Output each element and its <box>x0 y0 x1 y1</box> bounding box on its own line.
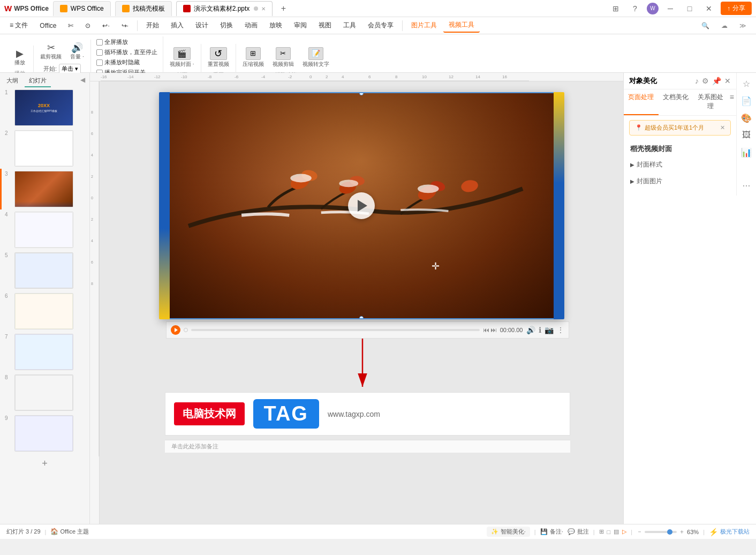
rp-side-star-icon[interactable]: ☆ <box>740 77 753 90</box>
menu-start[interactable]: 开始 <box>141 19 164 32</box>
menu-more[interactable]: ≫ <box>734 20 752 32</box>
cut-video-btn[interactable]: ✂ 裁剪视频 <box>37 41 65 63</box>
view-outline-btn[interactable]: ▤ <box>614 528 619 535</box>
smart-beautify-btn[interactable]: ✨ 智能美化· <box>487 527 530 537</box>
view-grid-btn[interactable]: ⊞ <box>599 528 604 535</box>
menu-file[interactable]: ≡ 文件 <box>4 19 33 32</box>
rp-subsection-header-style[interactable]: ▶ 封面样式 <box>630 158 730 171</box>
play-btn[interactable]: ▶ 播放 <box>10 47 30 69</box>
vc-play-btn[interactable] <box>171 325 180 335</box>
zoom-slider[interactable] <box>645 531 677 533</box>
rp-tab-relation[interactable]: 关系图处理 <box>693 89 728 115</box>
play-icon: ▶ <box>16 49 24 58</box>
play-video-btn[interactable] <box>348 192 375 219</box>
vc-more-btn[interactable]: ⋮ <box>557 326 564 334</box>
separator-2 <box>402 20 403 31</box>
vc-screenshot-btn[interactable]: 📷 <box>545 326 554 334</box>
vc-progress-bar[interactable] <box>191 329 480 331</box>
slide-item-5[interactable]: 5 <box>0 250 89 291</box>
view-normal-btn[interactable]: □ <box>607 529 611 535</box>
comment-bar[interactable]: 单击此处添加备注 <box>165 440 570 453</box>
menu-view[interactable]: 视图 <box>313 19 337 32</box>
menu-office-text[interactable]: Office <box>34 20 62 32</box>
menu-insert[interactable]: 插入 <box>165 19 189 32</box>
volume-btn[interactable]: 🔊 音量 · <box>67 41 87 63</box>
menu-undo-icon[interactable]: ✄ <box>63 20 79 32</box>
menu-picture-tools[interactable]: 图片工具 <box>406 19 442 32</box>
zoom-out-btn[interactable]: － <box>637 528 642 536</box>
menu-transition[interactable]: 切换 <box>215 19 238 32</box>
rp-side-doc-icon[interactable]: 📄 <box>740 94 753 107</box>
slide-item-1[interactable]: 1 20XX 工作总结汇报PPT模板 <box>0 87 89 128</box>
menu-print-icon[interactable]: ⊙ <box>80 20 96 32</box>
rp-side-image-icon[interactable]: 🖼 <box>740 129 753 141</box>
vc-volume-btn[interactable]: 🔊 <box>526 326 535 334</box>
comment-btn[interactable]: 💬 批注 <box>568 528 589 536</box>
slide-item-6[interactable]: 6 <box>0 291 89 332</box>
view-present-btn[interactable]: ▷ <box>622 528 626 535</box>
vc-info-btn[interactable]: ℹ <box>539 326 541 334</box>
menu-animation[interactable]: 动画 <box>239 19 263 32</box>
hide-checkbox[interactable]: 未播放时隐藏 <box>94 58 160 67</box>
tab-template[interactable]: 找稿壳模板 <box>115 1 172 16</box>
rp-tab-doc[interactable]: 文档美化 <box>659 89 693 115</box>
cover-btn[interactable]: 🎬 视频封面 · <box>167 45 198 70</box>
rp-settings-icon[interactable]: ⚙ <box>702 77 709 85</box>
tab-close-btn[interactable]: ✕ <box>261 6 266 12</box>
compress-btn[interactable]: ⊞ 压缩视频 <box>239 45 267 70</box>
slides-tab[interactable]: 幻灯片 <box>25 75 51 87</box>
menu-redo[interactable]: ↪· <box>116 20 134 32</box>
slide-item-7[interactable]: 7 <box>0 332 89 372</box>
zoom-in-btn[interactable]: ＋ <box>679 528 685 536</box>
minimize-btn[interactable]: ─ <box>663 3 678 14</box>
slide-item-9[interactable]: 9 <box>0 413 89 454</box>
menu-cloud-sync[interactable]: ☁ <box>716 20 733 32</box>
rp-tab-page[interactable]: 页面处理 <box>624 89 659 115</box>
fullscreen-checkbox[interactable]: 全屏播放 <box>94 38 160 47</box>
slide-item-4[interactable]: 4 <box>0 209 89 250</box>
accessibility-link[interactable]: ⚡ 极光下载站 <box>709 528 750 536</box>
video-edit-btn[interactable]: ✂ 视频剪辑 <box>269 45 297 70</box>
menu-video-tools[interactable]: 视频工具 <box>443 18 480 33</box>
menu-review[interactable]: 审阅 <box>289 19 312 32</box>
menu-vip[interactable]: 会员专享 <box>362 19 399 32</box>
share-button[interactable]: ↑ 分享 <box>721 2 752 15</box>
rp-side-palette-icon[interactable]: 🎨 <box>740 111 753 124</box>
slide-item-3[interactable]: 3 <box>0 169 89 209</box>
menu-design[interactable]: 设计 <box>190 19 214 32</box>
help-btn[interactable]: ? <box>628 3 642 14</box>
rp-audio-icon[interactable]: ♪ <box>695 77 699 85</box>
panel-collapse-btn[interactable]: ◀ <box>78 75 87 87</box>
vc-forward-btn[interactable]: ⏭ <box>490 326 497 334</box>
restore-btn[interactable]: □ <box>682 3 697 14</box>
menu-tools[interactable]: 工具 <box>338 19 361 32</box>
add-slide-btn[interactable]: + <box>0 454 89 474</box>
loop-checkbox[interactable]: 循环播放，直至停止 <box>94 48 160 57</box>
rp-pin-icon[interactable]: 📌 <box>712 77 721 85</box>
slide-item-2[interactable]: 2 <box>0 128 89 169</box>
canvas-wrapper: ✛ <box>159 92 564 321</box>
tab-ppt-file[interactable]: 演示文稿素材2.pptx ✕ <box>176 1 273 16</box>
zoom-controls: － ＋ 63% <box>637 528 699 536</box>
promo-close-btn[interactable]: ✕ <box>720 124 725 131</box>
add-tab-btn[interactable]: + <box>277 2 290 15</box>
tab-wps-label: WPS Office <box>71 5 104 12</box>
vc-rewind-btn[interactable]: ⏮ <box>483 326 489 334</box>
rp-close-icon[interactable]: ✕ <box>724 77 731 85</box>
rp-more-icon[interactable]: ≡ <box>728 89 736 115</box>
slide-item-8[interactable]: 8 <box>0 372 89 413</box>
menu-undo[interactable]: ↩· <box>97 20 115 32</box>
user-avatar[interactable]: W <box>647 3 659 14</box>
tab-wps-office[interactable]: WPS Office <box>53 1 111 16</box>
reset-video-btn[interactable]: ↺ 重置视频 <box>205 45 232 70</box>
speech-to-text-btn[interactable]: 📝 视频转文字 <box>299 45 332 70</box>
rp-subsection-header-image[interactable]: ▶ 封面图片 <box>630 175 730 188</box>
menu-search[interactable]: 🔍 <box>696 20 715 32</box>
backup-btn[interactable]: 💾 备注· <box>540 528 563 536</box>
rp-side-table-icon[interactable]: 📊 <box>740 146 753 159</box>
titlebar: W WPS Office WPS Office 找稿壳模板 演示文稿素材2.pp… <box>0 0 756 17</box>
layout-btn[interactable]: ⊞ <box>608 3 623 14</box>
outline-tab[interactable]: 大纲 <box>2 75 22 87</box>
close-btn[interactable]: ✕ <box>701 3 716 14</box>
menu-slideshow[interactable]: 放映 <box>264 19 288 32</box>
